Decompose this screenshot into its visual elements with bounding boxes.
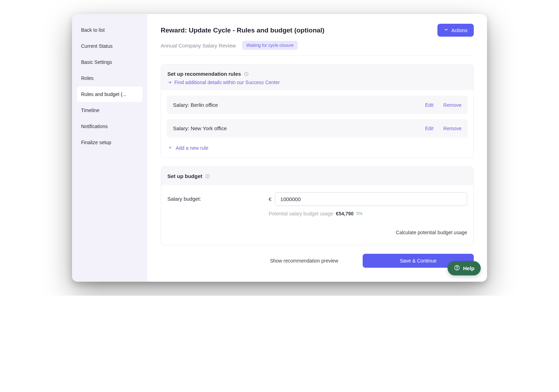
usage-value: €54,790: [336, 211, 354, 216]
svg-point-10: [457, 269, 457, 269]
help-icon: [454, 265, 460, 272]
sidebar-item-back[interactable]: Back to list: [77, 22, 143, 38]
status-badge: Waiting for cycle closure: [242, 41, 298, 50]
sidebar-item-timeline[interactable]: Timeline: [77, 103, 143, 118]
plus-icon: [168, 145, 172, 151]
budget-row: Salary budget: € Potential salary budget…: [167, 192, 467, 216]
usage-row: Potential salary budget usage €54,790 5%: [269, 211, 467, 216]
usage-percentage: 5%: [356, 211, 362, 216]
help-button[interactable]: Help: [448, 261, 481, 275]
subheader-row: Annual Company Salary Review Waiting for…: [161, 41, 474, 50]
budget-section-body: Salary budget: € Potential salary budget…: [161, 185, 473, 245]
rules-title-row: Set up recommendation rules: [167, 71, 467, 77]
arrow-right-icon: [167, 80, 172, 85]
sidebar: Back to list Current Status Basic Settin…: [72, 14, 147, 282]
actions-label: Actions: [451, 28, 467, 33]
rules-section-header: Set up recommendation rules Find additio…: [161, 65, 473, 90]
budget-section: Set up budget Salary budget: €: [161, 167, 474, 245]
calculate-row: Calculate potential budget usage: [167, 230, 467, 235]
edit-rule-link[interactable]: Edit: [425, 102, 434, 108]
rule-row: Salary: Berlin office Edit Remove: [167, 96, 468, 114]
actions-button[interactable]: Actions: [437, 24, 474, 37]
rule-name: Salary: Berlin office: [173, 102, 218, 108]
edit-rule-link[interactable]: Edit: [425, 126, 434, 131]
currency-input-row: €: [269, 192, 467, 206]
info-icon[interactable]: [244, 72, 249, 76]
divider: [161, 56, 474, 56]
rule-actions: Edit Remove: [425, 102, 462, 108]
budget-label: Salary budget:: [167, 192, 263, 202]
budget-section-header: Set up budget: [161, 167, 473, 185]
sidebar-item-roles[interactable]: Roles: [77, 71, 143, 86]
sidebar-item-finalize[interactable]: Finalize setup: [77, 135, 143, 150]
add-rule-label: Add a new rule: [176, 145, 208, 151]
svg-point-8: [208, 175, 208, 176]
remove-rule-link[interactable]: Remove: [443, 126, 462, 131]
calculate-budget-link[interactable]: Calculate potential budget usage: [396, 230, 467, 235]
budget-input-column: € Potential salary budget usage €54,790 …: [269, 192, 467, 216]
rules-section: Set up recommendation rules Find additio…: [161, 64, 474, 158]
rule-row: Salary: New York office Edit Remove: [167, 119, 468, 138]
sidebar-item-rules-budget[interactable]: Rules and budget (...: [77, 87, 143, 102]
footer-actions: Show recommendation preview Save & Conti…: [161, 254, 474, 268]
page-title: Reward: Update Cycle - Rules and budget …: [161, 27, 325, 34]
header-row: Reward: Update Cycle - Rules and budget …: [161, 24, 474, 37]
usage-label: Potential salary budget usage: [269, 211, 333, 216]
show-preview-link[interactable]: Show recommendation preview: [270, 258, 338, 264]
help-label: Help: [463, 265, 474, 271]
subtitle-text: Annual Company Salary Review: [161, 43, 236, 49]
sidebar-item-basic-settings[interactable]: Basic Settings: [77, 54, 143, 70]
chevron-down-icon: [444, 27, 449, 33]
svg-point-2: [246, 73, 247, 73]
sidebar-item-notifications[interactable]: Notifications: [77, 119, 143, 134]
sidebar-item-current-status[interactable]: Current Status: [77, 38, 143, 54]
budget-section-title: Set up budget: [167, 173, 202, 179]
main-content: Reward: Update Cycle - Rules and budget …: [147, 14, 487, 282]
currency-symbol: €: [269, 196, 271, 202]
salary-budget-input[interactable]: [275, 192, 467, 206]
add-rule-button[interactable]: Add a new rule: [167, 142, 468, 152]
success-center-link-text: Find additional details within our Succe…: [174, 80, 280, 85]
budget-title-row: Set up budget: [167, 173, 467, 179]
rule-name: Salary: New York office: [173, 125, 227, 131]
rule-actions: Edit Remove: [425, 126, 462, 131]
app-frame: Back to list Current Status Basic Settin…: [72, 14, 487, 282]
rules-section-body: Salary: Berlin office Edit Remove Salary…: [161, 90, 473, 158]
rules-section-title: Set up recommendation rules: [167, 71, 241, 77]
remove-rule-link[interactable]: Remove: [443, 102, 462, 108]
info-icon[interactable]: [205, 174, 210, 179]
success-center-link[interactable]: Find additional details within our Succe…: [167, 80, 467, 85]
